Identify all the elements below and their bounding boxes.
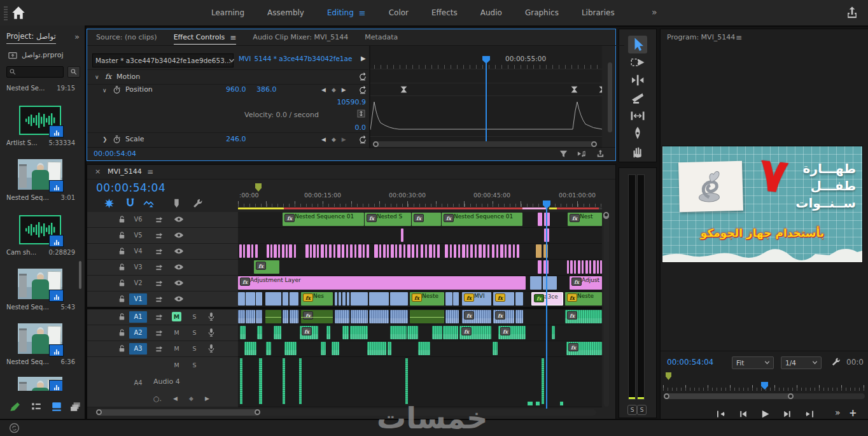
collapse-chevron-icon[interactable]: ∨: [95, 74, 99, 80]
track-lane-a3[interactable]: fx: [238, 341, 602, 357]
timeline-clip[interactable]: [390, 326, 407, 339]
stopwatch-icon[interactable]: [113, 85, 121, 94]
keyframe-hourglass-icon[interactable]: [400, 85, 408, 94]
button-editor-plus[interactable]: +: [849, 407, 857, 419]
scroll-handle[interactable]: [603, 212, 609, 218]
timeline-clip[interactable]: [256, 310, 262, 323]
workspace-tab-color[interactable]: Color: [389, 8, 409, 17]
timeline-timecode[interactable]: 00:00:54:04: [96, 181, 165, 194]
timeline-clip[interactable]: [589, 260, 591, 274]
timeline-clip[interactable]: [390, 292, 408, 306]
timeline-clip[interactable]: [432, 326, 442, 339]
timeline-vscrollbar[interactable]: [604, 212, 609, 407]
project-item[interactable]: Nested Seq...3:01: [3, 159, 78, 209]
sync-lock-icon[interactable]: [155, 328, 164, 337]
timeline-clip[interactable]: fxNest: [568, 213, 602, 226]
lock-icon[interactable]: [118, 247, 126, 255]
timeline-clip[interactable]: [388, 342, 391, 355]
timeline-clip[interactable]: [342, 292, 346, 306]
timeline-clip[interactable]: [567, 260, 569, 274]
timeline-clip[interactable]: [483, 244, 486, 258]
sync-lock-icon[interactable]: [155, 247, 164, 256]
list-view-icon[interactable]: [31, 401, 42, 412]
sequence-clip-label[interactable]: MVI_5144 * a3ce447b34042fe1ae...: [239, 55, 352, 62]
sync-lock-icon[interactable]: [155, 361, 164, 370]
timeline-clip[interactable]: [528, 402, 533, 405]
timeline-clip[interactable]: [578, 260, 580, 274]
track-target-a4[interactable]: A4: [129, 377, 147, 389]
track-target-v3[interactable]: V3: [129, 262, 147, 273]
timeline-clip[interactable]: [351, 310, 368, 323]
nest-toggle-icon[interactable]: [104, 198, 115, 209]
collapse-chevron-icon[interactable]: ∨: [102, 87, 107, 94]
play-audio-icon[interactable]: [577, 149, 586, 158]
timeline-clip[interactable]: [325, 244, 327, 258]
timeline-clip[interactable]: [363, 244, 365, 258]
timeline-clip[interactable]: [321, 342, 326, 355]
timeline-clip[interactable]: [395, 244, 397, 258]
position-x-value[interactable]: 960.0: [226, 85, 246, 94]
workspace-overflow-chevrons[interactable]: »: [652, 7, 657, 17]
track-output-eye-icon[interactable]: [174, 231, 184, 239]
position-y-value[interactable]: 386.0: [256, 85, 277, 94]
timeline-clip[interactable]: [265, 310, 281, 323]
scale-property-row[interactable]: ❯ Scale 246.0 ◀◆▶: [87, 132, 368, 146]
timeline-clip[interactable]: [290, 310, 298, 323]
timeline-clip[interactable]: fx: [301, 310, 333, 323]
sync-lock-icon[interactable]: [155, 263, 164, 272]
solo-left-button[interactable]: S: [627, 405, 637, 415]
timeline-clip[interactable]: [493, 342, 498, 355]
playhead-line[interactable]: [486, 62, 487, 144]
solo-button[interactable]: S: [190, 344, 199, 353]
timeline-clip[interactable]: [339, 292, 341, 306]
timeline-clip[interactable]: [425, 244, 427, 258]
icon-view-icon[interactable]: [51, 401, 62, 412]
timeline-clip[interactable]: fx: [412, 213, 441, 226]
track-lane-v2[interactable]: fxAdjustment LayerfxAdjust: [238, 276, 602, 292]
track-output-eye-icon[interactable]: [174, 295, 184, 303]
track-header-v4[interactable]: V4: [87, 244, 238, 260]
step-back-icon[interactable]: [738, 409, 748, 419]
timeline-clip[interactable]: [274, 244, 277, 258]
timeline-clip[interactable]: [321, 244, 324, 258]
timeline-clip[interactable]: [401, 229, 403, 242]
timeline-tab[interactable]: MVI_5144: [108, 167, 142, 176]
timeline-clip[interactable]: [290, 292, 298, 306]
workspace-tab-libraries[interactable]: Libraries: [582, 8, 615, 17]
keyframe-mode-icon[interactable]: ○.: [153, 395, 162, 403]
timeline-clip[interactable]: [305, 244, 309, 258]
timeline-clip[interactable]: [266, 342, 271, 355]
timeline-clip[interactable]: [329, 244, 332, 258]
stopwatch-icon[interactable]: [113, 135, 121, 144]
timeline-clip[interactable]: [445, 244, 448, 258]
timeline-clip[interactable]: [387, 244, 389, 258]
track-name-label[interactable]: Audio 4: [153, 377, 180, 386]
home-icon[interactable]: [10, 5, 27, 20]
sequence-marker[interactable]: [666, 372, 671, 380]
project-panel-collapse-chevrons[interactable]: »: [74, 32, 80, 41]
timeline-clip[interactable]: fxNeste: [410, 292, 444, 306]
timeline-clip[interactable]: [374, 244, 378, 258]
timeline-clip[interactable]: [445, 310, 459, 323]
timeline-clip[interactable]: [407, 244, 410, 258]
panel-menu-icon[interactable]: ≡: [230, 33, 236, 42]
scrollbar-thumb[interactable]: [664, 393, 794, 399]
master-clip-selector[interactable]: Master * a3ce447b34042fe1ae9de653...: [92, 53, 234, 67]
workspace-tab-graphics[interactable]: Graphics: [525, 8, 559, 17]
timeline-clip[interactable]: [383, 244, 386, 258]
sequence-clip-arrow-icon[interactable]: ▶: [361, 55, 366, 62]
timeline-clip[interactable]: [335, 310, 349, 323]
track-header-a1[interactable]: A1MS: [87, 309, 238, 325]
timeline-clip[interactable]: [326, 326, 330, 339]
timeline-clip[interactable]: [391, 244, 394, 258]
timeline-clip[interactable]: [443, 326, 458, 339]
ripple-edit-tool-icon[interactable]: [628, 71, 647, 89]
timeline-clip[interactable]: fx: [254, 260, 279, 274]
timeline-clip[interactable]: [500, 244, 503, 258]
track-target-a2[interactable]: A2: [129, 327, 147, 339]
timeline-clip[interactable]: fxMVI: [462, 292, 491, 306]
timeline-clip[interactable]: [274, 326, 281, 339]
prev-keyframe-icon[interactable]: ◀: [321, 87, 326, 93]
project-scrollbar[interactable]: [79, 261, 81, 289]
lock-icon[interactable]: [118, 328, 126, 337]
